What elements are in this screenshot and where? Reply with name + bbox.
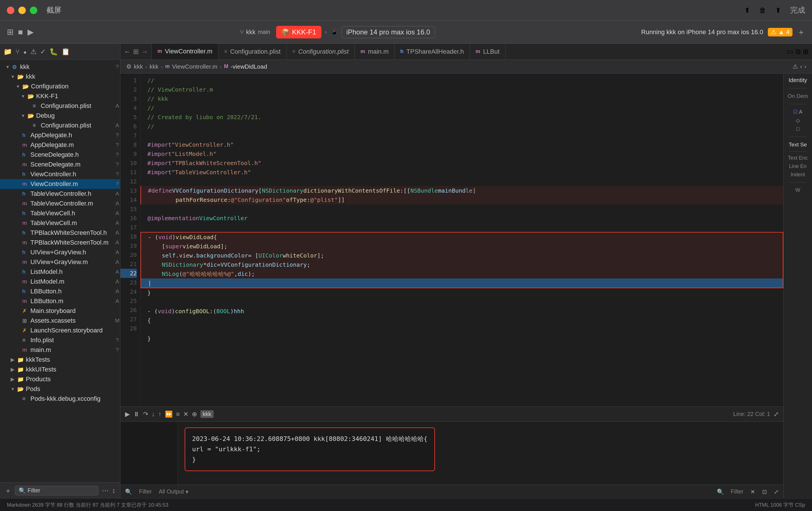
sort-icon[interactable]: ↕ — [112, 487, 116, 495]
sidebar-item-pods[interactable]: ▾ 📂 Pods — [0, 384, 120, 394]
sidebar-item-main-storyboard[interactable]: ✗ Main.storyboard — [0, 306, 120, 316]
sidebar-item-uiview-m[interactable]: m UIView+GrayView.m A — [0, 257, 120, 267]
sidebar-item-tpblackwhite-h[interactable]: h TPBlackWhiteScreenTool.h A — [0, 228, 120, 238]
filter-label-1[interactable]: Filter — [139, 488, 152, 495]
sidebar-item-tableviewcell-m[interactable]: m TableViewCell.m A — [0, 218, 120, 228]
export-icon[interactable]: ⬆ — [775, 6, 781, 15]
tab-llbut[interactable]: m LLBut — [470, 44, 506, 59]
sidebar-item-listmodel-h[interactable]: h ListModel.h A — [0, 267, 120, 277]
minimize-button[interactable] — [18, 7, 26, 14]
tab-viewcontroller-m[interactable]: m ViewController.m — [152, 44, 219, 59]
breadcrumb-item-3[interactable]: ViewController.m — [172, 63, 218, 70]
sidebar-item-main-m[interactable]: m main.m ? — [0, 345, 120, 355]
sidebar-item-appdelegate-h[interactable]: h AppDelegate.h ? — [0, 130, 120, 140]
sidebar-item-tableviewcell-h[interactable]: h TableViewCell.h A — [0, 209, 120, 218]
nav-next-icon[interactable]: › — [804, 63, 806, 70]
expand-console-icon[interactable]: ⤢ — [774, 410, 779, 418]
breakpoint-icon[interactable]: ⬥ — [23, 48, 27, 56]
sidebar-item-kkk-root[interactable]: ▾ ⚙ kkk ? — [0, 62, 120, 72]
debug-icon[interactable]: 🐛 — [49, 48, 58, 56]
test-icon[interactable]: ✓ — [40, 48, 46, 56]
add-file-button[interactable]: ＋ — [5, 486, 11, 495]
sidebar-item-viewcontroller-h[interactable]: h ViewController.h ? — [0, 169, 120, 179]
folder-icon[interactable]: 📁 — [3, 48, 12, 56]
stop-button[interactable]: ■ — [18, 28, 23, 37]
breadcrumb-item-2[interactable]: kkk — [150, 63, 159, 70]
filter-options-icon[interactable]: ⋯ — [102, 487, 109, 495]
sidebar-item-listmodel-m[interactable]: m ListModel.m A — [0, 277, 120, 287]
clear-icon[interactable]: ✕ — [183, 410, 188, 418]
output-filter-dropdown[interactable]: All Output ▾ — [158, 488, 188, 495]
sidebar-item-scenedelegate-m[interactable]: m SceneDelegate.m ? — [0, 160, 120, 169]
trash-icon[interactable]: 🗑 — [759, 6, 766, 15]
sidebar-item-info-plist[interactable]: ≡ Info.plist ? — [0, 335, 120, 345]
close-button[interactable] — [7, 7, 14, 14]
sidebar-toggle-icon[interactable]: ⊞ — [7, 27, 13, 37]
fullscreen-button[interactable] — [30, 7, 37, 14]
go-back-icon[interactable]: ← — [124, 48, 131, 56]
sidebar-item-assets[interactable]: ⊞ Assets.xcassets M — [0, 316, 120, 326]
sidebar-item-pods-config[interactable]: ≡ Pods-kkk.debug.xcconfig — [0, 394, 120, 404]
step-in-icon[interactable]: ↓ — [152, 410, 155, 418]
step-over-icon[interactable]: ↷ — [143, 410, 148, 418]
sidebar-item-tableviewcontroller-h[interactable]: h TableViewController.h A — [0, 189, 120, 199]
sidebar-item-kkk-group[interactable]: ▾ 📂 kkk — [0, 72, 120, 82]
split-console-icon[interactable]: ⊡ — [762, 488, 767, 495]
warning-nav-icon[interactable]: ⚠ — [30, 48, 37, 56]
breadcrumb-item-4[interactable]: -viewDidLoad — [231, 63, 267, 70]
nav-prev-icon[interactable]: ‹ — [800, 63, 802, 70]
warning-badge[interactable]: ⚠ ▲ 4 — [768, 28, 792, 36]
sidebar-item-scenedelegate-h[interactable]: h SceneDelegate.h ? — [0, 150, 120, 160]
sidebar-item-launchscreen[interactable]: ✗ LaunchScreen.storyboard — [0, 326, 120, 335]
sidebar-item-config-plist-debug[interactable]: ≡ Configuration.plist A — [0, 120, 120, 130]
sidebar-item-appdelegate-m[interactable]: m AppDelegate.m ? — [0, 140, 120, 150]
sidebar-item-tableviewcontroller-m[interactable]: m TableViewController.m A — [0, 199, 120, 209]
split-editor-icon[interactable]: ⧉ — [796, 48, 801, 56]
code-content[interactable]: // // ViewController.m // kkk // // Crea… — [141, 74, 783, 406]
sidebar-item-uiview-h[interactable]: h UIView+GrayView.h A — [0, 247, 120, 257]
inspector-toggle-icon[interactable]: ⊞ — [803, 48, 809, 56]
sidebar-item-lbbutton-m[interactable]: m LBButton.m A — [0, 296, 120, 306]
done-button[interactable]: 完成 — [790, 5, 805, 15]
go-forward-icon[interactable]: → — [141, 48, 148, 56]
share-icon[interactable]: ⬆ — [744, 6, 750, 15]
console-icon[interactable]: ≡ — [176, 410, 180, 418]
clear-console-icon[interactable]: ✕ — [750, 488, 755, 495]
step-out-icon[interactable]: ↑ — [158, 410, 162, 418]
tab-configuration-plist-1[interactable]: ≡ Configuration.plist — [219, 44, 287, 59]
pause-icon[interactable]: ⏸ — [133, 410, 140, 418]
console-line-1: 2023-06-24 10:36:22.608875+0800 kkk[8080… — [192, 434, 428, 444]
tab-main-m[interactable]: m main.m — [355, 44, 395, 59]
add-tab-icon[interactable]: ＋ — [797, 27, 805, 37]
continue-icon[interactable]: ⏩ — [165, 410, 173, 418]
code-editor[interactable]: 12345 678910 1112131415 1617181920 2122 … — [120, 74, 783, 406]
filter-input[interactable]: 🔍 Filter — [15, 486, 98, 495]
sidebar-item-viewcontroller-m[interactable]: m ViewController.m ? — [0, 179, 120, 189]
filter-label-2[interactable]: Filter — [731, 488, 744, 495]
device-selector[interactable]: iPhone 14 pro max ios 16.0 — [342, 26, 435, 38]
code-line-17: - (void)viewDidLoad { — [141, 232, 783, 242]
run-button[interactable]: ▶ — [28, 27, 34, 37]
tab-type-icon: ≡ — [292, 49, 296, 55]
expand-console-icon-2[interactable]: ⤢ — [774, 488, 779, 495]
sidebar-item-kkkuitests[interactable]: ▶ 📁 kkkUITests — [0, 365, 120, 374]
tab-configuration-plist-2[interactable]: ≡ Configuration.plist — [287, 44, 355, 59]
sidebar-item-lbbutton-h[interactable]: h LBButton.h A — [0, 287, 120, 296]
sidebar-item-tpblackwhite-m[interactable]: m TPBlackWhiteScreenTool.m A — [0, 238, 120, 247]
sidebar-item-configuration[interactable]: ▾ 📂 Configuration — [0, 82, 120, 91]
related-items-icon[interactable]: ⊞ — [133, 48, 139, 56]
sidebar-item-products[interactable]: ▶ 📁 Products — [0, 374, 120, 384]
checkbox-checked-icon[interactable]: ☑ — [793, 109, 798, 115]
breadcrumb-item-1[interactable]: kkk — [134, 63, 143, 70]
sidebar-item-config-plist-f1[interactable]: ≡ Configuration.plist A — [0, 101, 120, 111]
scheme-selector[interactable]: 📦 KKK-F1 — [276, 26, 321, 38]
scm-icon[interactable]: ⑂ — [16, 48, 20, 56]
location-icon[interactable]: ⊕ — [192, 410, 197, 418]
sidebar-item-debug[interactable]: ▾ 📂 Debug — [0, 111, 120, 120]
sidebar-item-kkktests[interactable]: ▶ 📁 kkkTests — [0, 355, 120, 365]
play-icon[interactable]: ▶ — [125, 410, 130, 418]
sidebar-item-kkkf1[interactable]: ▾ 📂 KKK-F1 — [0, 91, 120, 101]
report-icon[interactable]: 📋 — [61, 48, 70, 56]
tab-tpshare-h[interactable]: h TPShareAllHeader.h — [395, 44, 470, 59]
single-editor-icon[interactable]: ▭ — [787, 48, 793, 56]
